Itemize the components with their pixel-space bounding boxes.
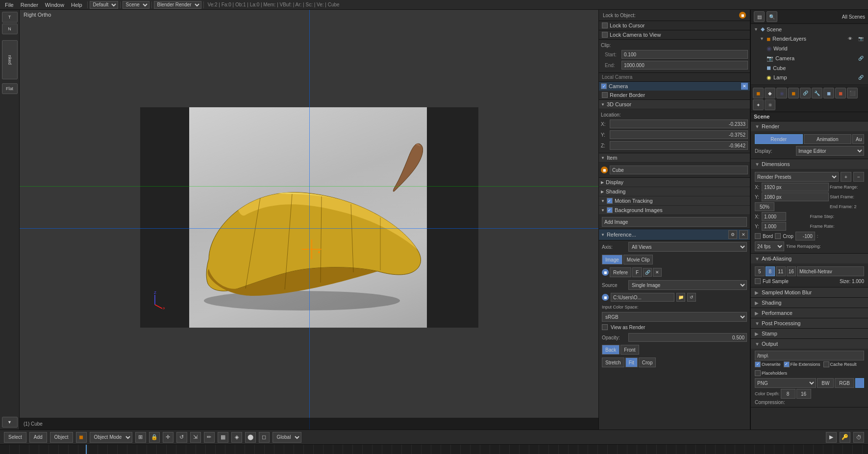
placeholders-cb[interactable]	[755, 370, 761, 376]
mode-icon[interactable]: ◼	[76, 432, 87, 443]
aa-16-btn[interactable]: 16	[787, 266, 796, 276]
rgba-btn[interactable]	[855, 378, 864, 388]
overwrite-cb[interactable]	[755, 361, 761, 367]
timeline-cursor[interactable]	[86, 445, 87, 454]
sidebar-tool-2[interactable]: N	[2, 24, 18, 34]
occlude-btn[interactable]: ◈	[231, 432, 242, 443]
crop-btn[interactable]: Crop	[639, 358, 656, 367]
cursor-3d-header[interactable]: ▼ 3D Cursor	[599, 100, 750, 109]
dimensions-header[interactable]: ▼ Dimensions	[751, 159, 868, 169]
props-world-icon[interactable]: ◉	[776, 88, 787, 98]
props-data-icon[interactable]: ◼	[823, 88, 834, 98]
lock-to-cursor-checkbox[interactable]	[602, 23, 608, 28]
color-depth-8[interactable]: 8	[781, 389, 795, 399]
menu-window[interactable]: Window	[42, 0, 67, 9]
flat-btn[interactable]: Flat	[2, 83, 18, 94]
props-constr-icon[interactable]: 🔗	[800, 88, 811, 98]
front-btn[interactable]: Front	[620, 345, 639, 355]
aa-header[interactable]: ▼ Anti-Aliasing	[751, 254, 868, 263]
filepath-input[interactable]	[611, 293, 674, 302]
background-images-header[interactable]: ▼ Background Images	[599, 206, 750, 215]
shading-solid-btn[interactable]: ⬤	[245, 432, 256, 443]
viewport[interactable]: Right Ortho	[20, 10, 598, 430]
aa-5-btn[interactable]: 5	[755, 266, 765, 276]
render-tab-audio[interactable]: Au	[852, 134, 864, 144]
transform-select[interactable]: Global	[273, 432, 301, 443]
background-images-checkbox[interactable]	[607, 207, 613, 213]
tree-item-scene[interactable]: ▼ ◆ Scene	[752, 25, 867, 33]
image-tab-btn[interactable]: Image	[602, 255, 622, 264]
add-image-btn[interactable]: Add Image	[602, 217, 747, 227]
wire-btn[interactable]: ◻	[259, 432, 270, 443]
tree-item-lamp[interactable]: ◉ Lamp 🔗	[758, 72, 867, 83]
select-btn[interactable]: Select	[4, 432, 26, 443]
res-x-input[interactable]	[762, 183, 829, 191]
format-select[interactable]: PNG	[755, 378, 816, 388]
props-tex-icon[interactable]: ⬛	[847, 88, 858, 98]
display-header[interactable]: ▶ Display	[599, 178, 750, 187]
file-ext-cb[interactable]	[784, 361, 790, 367]
movie-clip-tab-btn[interactable]: Movie Clip	[623, 255, 653, 264]
motion-tracking-checkbox[interactable]	[607, 198, 613, 204]
reload-btn[interactable]: ↺	[687, 293, 696, 302]
sidebar-tool-3[interactable]: nked	[2, 40, 18, 79]
scale-btn[interactable]: ⇲	[190, 432, 201, 443]
menu-help[interactable]: Help	[68, 0, 85, 9]
x-coord-input[interactable]	[610, 119, 748, 128]
motion-tracking-header[interactable]: ▼ Motion Tracking	[599, 196, 750, 206]
render-tab-animation[interactable]: Animation	[804, 134, 852, 144]
rl-eye-btn[interactable]: 👁	[845, 34, 854, 43]
timeline-btn[interactable]: ⏱	[853, 432, 864, 443]
y-coord-input[interactable]	[610, 130, 748, 139]
rl-cam-btn[interactable]: 📷	[856, 34, 865, 43]
mitchell-input[interactable]	[797, 266, 864, 276]
output-path-input[interactable]	[755, 351, 864, 360]
cam-link-btn[interactable]: 🔗	[856, 54, 865, 63]
add-btn[interactable]: Add	[29, 432, 47, 443]
fit-btn[interactable]: Fit	[625, 358, 638, 367]
performance-header[interactable]: ▶ Performance	[751, 308, 868, 318]
render-border-checkbox[interactable]	[602, 92, 608, 98]
aa-8-btn[interactable]: 8	[766, 266, 775, 276]
viewport-mode-btn[interactable]: ⊞	[135, 432, 146, 443]
rgb-btn[interactable]: RGB	[835, 378, 854, 388]
axis-select[interactable]: All Views	[628, 242, 747, 252]
refere-btn[interactable]: Refere	[610, 267, 631, 277]
view-as-render-cb[interactable]	[602, 324, 608, 330]
cache-cb[interactable]	[823, 361, 829, 367]
scroll-down-btn[interactable]: ▼	[2, 417, 18, 428]
layout-select[interactable]: Default	[90, 1, 118, 9]
ref-settings-btn[interactable]: ⚙	[728, 230, 737, 239]
scene-search-btn[interactable]: 🔍	[767, 11, 777, 22]
tree-item-camera[interactable]: 📷 Camera 🔗	[758, 53, 867, 64]
item-header[interactable]: ▼ Item	[599, 153, 750, 163]
menu-render[interactable]: Render	[18, 0, 41, 9]
tree-item-world[interactable]: ◉ World	[758, 44, 867, 53]
menu-file[interactable]: File	[2, 0, 17, 9]
clip-end-input[interactable]	[621, 61, 748, 70]
rotate-btn[interactable]: ↺	[176, 432, 187, 443]
camera-visible-checkbox[interactable]	[601, 83, 607, 89]
item-name-input[interactable]	[610, 166, 748, 174]
bw-btn[interactable]: BW	[817, 378, 834, 388]
ref-link-btn[interactable]: 🔗	[643, 268, 652, 277]
tree-item-renderlayers[interactable]: ▼ ◼ RenderLayers 👁 📷	[758, 33, 867, 44]
ref-close-btn[interactable]: ✕	[739, 230, 748, 239]
srgb-select[interactable]: sRGB	[602, 312, 747, 322]
mode-select[interactable]: Object Mode	[90, 432, 132, 443]
presets-add-btn[interactable]: +	[841, 172, 851, 182]
back-btn[interactable]: Back	[602, 345, 620, 355]
output-header[interactable]: ▼ Output	[751, 339, 868, 349]
crop-cb[interactable]	[775, 233, 781, 239]
scene-view-btn[interactable]: ▤	[754, 11, 765, 22]
object-btn[interactable]: Object	[50, 432, 73, 443]
color-depth-16[interactable]: 16	[796, 389, 811, 399]
post-processing-header[interactable]: ▼ Post Processing	[751, 318, 868, 328]
z-coord-input[interactable]	[610, 141, 748, 150]
lamp-link-btn[interactable]: 🔗	[856, 73, 865, 82]
lock-camera-checkbox[interactable]	[602, 32, 608, 38]
render-engine-select[interactable]: Blender Render	[154, 1, 201, 9]
full-sample-cb[interactable]	[755, 278, 761, 284]
key-btn[interactable]: 🔑	[840, 432, 850, 443]
source-select[interactable]: Single Image	[628, 280, 747, 290]
